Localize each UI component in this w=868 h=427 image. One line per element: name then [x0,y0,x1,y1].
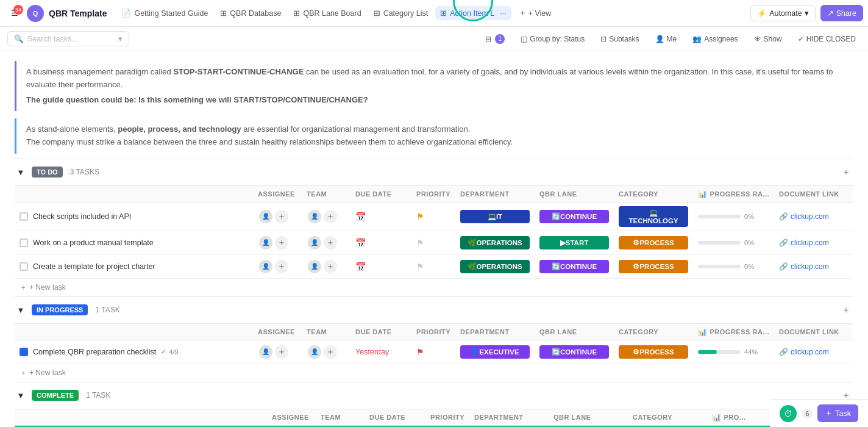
due-date-cell[interactable]: Yesterday [350,340,411,364]
complete-column-headers: ASSIGNEE TEAM DUE DATE PRIORITY DEPARTME… [15,409,853,425]
col-header-category: CATEGORY [614,323,693,340]
link-icon: 🔗 [779,262,788,271]
tab-category-list[interactable]: ⊞ Category List [369,6,433,20]
assignee-cell: 👤 ＋ [253,254,302,278]
complete-section-header: ▼ COMPLETE 1 TASK ＋ [15,382,853,409]
table-row[interactable]: Check scripts included in API 👤 ＋ 👤 ＋ [15,202,853,231]
col-header-department: DEPARTMENT [455,323,535,340]
doc-link[interactable]: 🔗 clickup.com [779,262,848,271]
todo-add-button[interactable]: ＋ [839,165,853,179]
subtasks-icon: ⊡ [600,35,607,43]
tab-qbr-database[interactable]: ⊞ QBR Database [215,6,286,20]
plus-icon: ＋ [20,368,27,378]
progress-cell: 44% [693,340,774,364]
tab-getting-started[interactable]: 📄 Getting Started Guide [116,6,213,20]
add-assignee-button[interactable]: ＋ [274,209,290,224]
add-assignee-button[interactable]: ＋ [274,259,290,274]
progress-bar [698,215,741,218]
todo-collapse-button[interactable]: ▼ [15,166,27,178]
col-header-due-date: DUE DATE [350,323,411,340]
due-date-cell[interactable]: 📅 [350,254,411,278]
due-date-cell[interactable]: 📅 [350,231,411,254]
hide-closed-button[interactable]: ✓ HIDE CLOSED [793,32,861,46]
timer-button[interactable]: ⏱ [780,405,797,422]
group-by-button[interactable]: ◫ Group by: Status [516,32,589,46]
tab-action-items[interactable]: ⊞ Action Item L ··· [435,6,511,20]
complete-collapse-button[interactable]: ▼ [15,389,27,401]
dept-badge: 🌿OPERATIONS [460,236,530,249]
todo-new-task-button[interactable]: ＋ + New task [15,279,853,296]
department-cell: 🌿OPERATIONS [455,254,535,278]
progress-cell: 0% [693,254,774,278]
doc-link[interactable]: 🔗 clickup.com [779,239,848,247]
team-avatar[interactable]: 👤 [307,344,322,360]
tab-grid-icon-1: ⊞ [220,9,227,18]
assignee-avatar[interactable]: 👤 [258,209,274,224]
task-checkbox[interactable] [20,239,28,247]
progress-bar [698,241,741,245]
plus-icon-task: ＋ [825,408,833,418]
complete-badge: COMPLETE [32,390,79,401]
filter-icon: ⊟ [485,35,491,43]
assignee-cell: 👤 ＋ [253,340,302,364]
task-checkbox[interactable] [20,262,28,271]
add-assignee-button[interactable]: ＋ [274,235,290,251]
col-header-progress: 📊 PROGRESS RA... [693,185,774,202]
flag-icon: ⚑ [416,347,424,357]
task-checkbox[interactable] [20,348,28,356]
table-row[interactable]: Work on a product manual template 👤 ＋ 👤 … [15,231,853,254]
add-team-button[interactable]: ＋ [322,235,338,251]
team-avatar[interactable]: 👤 [307,259,322,274]
new-view-button[interactable]: ＋ + View [514,5,557,21]
top-navigation: ☰ 34 Q QBR Template 📄 Getting Started Gu… [0,0,868,27]
col-header-category: CATEGORY [614,185,693,202]
in-progress-task-count: 1 TASK [95,306,119,314]
doc-link[interactable]: 🔗 clickup.com [779,212,848,221]
show-button[interactable]: 👁 Show [749,32,787,46]
doc-link-cell: 🔗 clickup.com [774,202,853,231]
col-header-progress: 📊 PROGRESS RA... [693,323,774,340]
filter-button[interactable]: ⊟ 1 [480,32,510,46]
add-team-button[interactable]: ＋ [322,259,338,274]
add-assignee-button[interactable]: ＋ [274,344,290,360]
search-dropdown-icon[interactable]: ▾ [118,34,123,43]
qbr-lane-cell: ▶START [535,231,614,254]
task-checkbox[interactable] [20,212,28,221]
due-date-cell[interactable]: 📅 [350,202,411,231]
menu-button[interactable]: ☰ 34 [5,4,24,23]
table-row[interactable]: Create a template for project charter 👤 … [15,254,853,278]
table-row[interactable]: Complete QBR preparation checklist ✓ 4/9… [15,340,853,364]
in-progress-new-task-button[interactable]: ＋ + New task [15,364,853,382]
priority-cell[interactable]: ⚑ [411,231,455,254]
col-header-progress: 📊 PRO... [707,409,774,425]
info-section: A business management paradigm called ST… [0,51,868,159]
task-name-cell: Work on a product manual template [15,231,253,254]
info-text-4: The company must strike a balance betwee… [26,136,844,149]
add-team-button[interactable]: ＋ [322,344,338,360]
priority-cell[interactable]: ⚑ [411,202,455,231]
in-progress-section-header: ▼ IN PROGRESS 1 TASK ＋ [15,296,853,323]
automate-button[interactable]: ⚡ Automate ▾ [750,5,816,21]
search-input[interactable]: 🔍 Search tasks... ▾ [7,31,129,46]
share-button[interactable]: ↗ Share [820,5,863,21]
in-progress-collapse-button[interactable]: ▼ [15,304,27,316]
dept-badge: 🌿OPERATIONS [460,260,530,273]
new-task-button[interactable]: ＋ Task [817,404,858,422]
in-progress-add-button[interactable]: ＋ [839,303,853,317]
subtasks-button[interactable]: ⊡ Subtasks [596,32,644,46]
doc-link-cell: 🔗 clickup.com [774,231,853,254]
me-button[interactable]: 👤 Me [650,32,682,46]
add-team-button[interactable]: ＋ [322,209,338,224]
col-header-task-name [15,323,253,340]
doc-link[interactable]: 🔗 clickup.com [779,348,848,356]
tab-qbr-lane-board[interactable]: ⊞ QBR Lane Board [288,6,366,20]
priority-cell[interactable]: ⚑ [411,254,455,278]
team-cell: 👤 ＋ [302,202,350,231]
team-avatar[interactable]: 👤 [307,209,322,224]
assignee-avatar[interactable]: 👤 [258,259,274,274]
team-avatar[interactable]: 👤 [307,235,322,251]
assignee-avatar[interactable]: 👤 [258,235,274,251]
priority-cell[interactable]: ⚑ [411,340,455,364]
assignees-button[interactable]: 👥 Assignees [688,32,742,46]
assignee-avatar[interactable]: 👤 [258,344,274,360]
